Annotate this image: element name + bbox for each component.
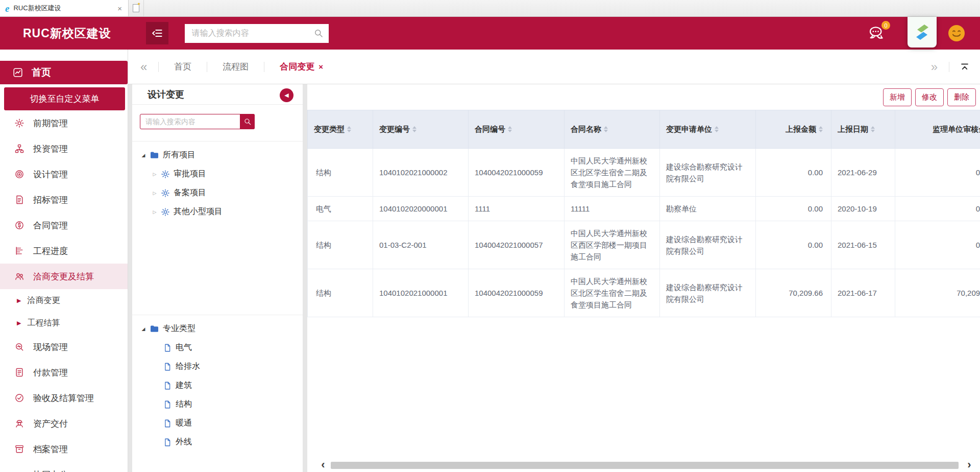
search-icon[interactable] <box>313 28 324 38</box>
sidebar-item-contract[interactable]: 合同管理 <box>0 213 128 238</box>
tab-close-icon[interactable]: × <box>318 62 323 71</box>
tree-expanded-icon[interactable]: ◢ <box>140 153 146 158</box>
scroll-right-arrow[interactable]: › <box>965 461 974 470</box>
add-button[interactable]: 新增 <box>883 88 912 106</box>
page-tab-strip: « 首页 流程图 合同变更× » <box>128 50 980 84</box>
tree-node-plumbing[interactable]: 给排水 <box>132 357 303 376</box>
new-tab-icon <box>133 4 139 12</box>
collapse-tabbar-button[interactable] <box>957 62 973 72</box>
tab-contract-change[interactable]: 合同变更× <box>264 61 338 73</box>
tree-node-other-small-projects[interactable]: ▷ 其他小型项目 <box>132 202 303 221</box>
tree-search-input[interactable] <box>140 117 240 126</box>
tabs-scroll-right-button[interactable]: » <box>927 61 942 73</box>
sort-icon[interactable] <box>715 126 719 132</box>
tree-node-structure[interactable]: 结构 <box>132 395 303 414</box>
switch-custom-menu-button[interactable]: 切换至自定义菜单 <box>4 87 125 110</box>
browser-tab-title: RUC新校区建设 <box>13 4 111 13</box>
tree-node-outside-line[interactable]: 外线 <box>132 433 303 452</box>
sidebar-item-design[interactable]: 设计管理 <box>0 161 128 187</box>
sort-icon[interactable] <box>604 126 608 132</box>
sort-icon[interactable] <box>508 126 512 132</box>
sidebar-item-asset-delivery[interactable]: 资产交付 <box>0 411 128 436</box>
cell-report-date: 2020-10-19 <box>831 197 895 221</box>
sidebar-item-home[interactable]: 首页 <box>0 61 128 84</box>
panel-collapse-button[interactable]: ◀ <box>280 88 293 102</box>
col-header-change-no[interactable]: 变更编号 <box>373 110 469 149</box>
sidebar-subitem-label: 洽商变更 <box>27 295 60 306</box>
cell-contract-name: 中国人民大学通州新校区北区学生宿舍二期及食堂项目施工合同 <box>565 269 660 317</box>
sidebar-item-label: 协同办公 <box>33 469 68 472</box>
col-header-contract-no[interactable]: 合同编号 <box>469 110 565 149</box>
sidebar-item-negotiation-settlement[interactable]: 洽商变更及结算 <box>0 264 128 289</box>
tree-node-approval-projects[interactable]: ▷ 审批项目 <box>132 164 303 183</box>
table-row[interactable]: 结构 1040102021000001 1040042021000059 中国人… <box>308 269 980 317</box>
sidebar-item-collaboration[interactable]: 协同办公 <box>0 462 128 472</box>
sidebar-item-payment[interactable]: 付款管理 <box>0 360 128 385</box>
tree-collapsed-icon[interactable]: ▷ <box>152 209 158 215</box>
tree-node-hvac[interactable]: 暖通 <box>132 414 303 433</box>
delete-button[interactable]: 删除 <box>947 88 976 106</box>
cell-contract-no: 1040042021000059 <box>469 149 565 197</box>
col-header-contract-name[interactable]: 合同名称 <box>565 110 660 149</box>
table-row[interactable]: 电气 1040102020000001 1111 11111 勘察单位 0.00… <box>308 197 980 221</box>
sidebar-item-acceptance[interactable]: 验收及结算管理 <box>0 385 128 411</box>
tab-home[interactable]: 首页 <box>159 61 207 73</box>
floating-screenshot-widget[interactable] <box>908 17 937 48</box>
sort-icon[interactable] <box>412 126 416 132</box>
sidebar-item-bidding[interactable]: 招标管理 <box>0 187 128 213</box>
col-header-supervisor-amount[interactable]: 监理单位审核金额 <box>895 110 980 149</box>
sidebar-item-label: 合同管理 <box>33 220 68 231</box>
sitemap-icon <box>14 144 24 154</box>
col-header-report-amount[interactable]: 上报金额 <box>756 110 831 149</box>
gear-icon <box>161 188 170 198</box>
sidebar-subitem-project-settlement[interactable]: ▶ 工程结算 <box>0 312 128 334</box>
browser-tab[interactable]: e RUC新校区建设 × <box>0 0 129 16</box>
sidebar-item-site[interactable]: 现场管理 <box>0 334 128 360</box>
tree-node-electrical[interactable]: 电气 <box>132 338 303 357</box>
sort-icon[interactable] <box>871 126 875 132</box>
cell-report-amount: 0.00 <box>756 221 831 269</box>
table-row[interactable]: 结构 1040102021000002 1040042021000059 中国人… <box>308 149 980 197</box>
ie-logo-icon: e <box>5 4 9 13</box>
sidebar-item-progress[interactable]: 工程进度 <box>0 238 128 264</box>
tree-collapsed-icon[interactable]: ▷ <box>152 191 158 196</box>
sidebar-subitem-negotiation-change[interactable]: ▶ 洽商变更 <box>0 289 128 312</box>
tree-node-specialty-type[interactable]: ◢ 专业类型 <box>132 319 303 338</box>
tree-collapsed-icon[interactable]: ▷ <box>152 172 158 177</box>
menu-outdent-icon <box>151 27 164 40</box>
tab-flowchart[interactable]: 流程图 <box>207 61 264 73</box>
people-icon <box>14 271 24 281</box>
sidebar-item-label: 付款管理 <box>33 367 68 379</box>
scroll-left-arrow[interactable]: ‹ <box>318 461 328 470</box>
sidebar-item-archives[interactable]: 档案管理 <box>0 436 128 462</box>
new-tab-button[interactable] <box>129 0 144 16</box>
sort-icon[interactable] <box>819 126 823 132</box>
tree-node-record-projects[interactable]: ▷ 备案项目 <box>132 183 303 202</box>
tree-node-all-projects[interactable]: ◢ 所有项目 <box>132 146 303 164</box>
sidebar: 首页 切换至自定义菜单 前期管理 投资管理 设计管理 招标管理 合同管理 工程进… <box>0 50 128 472</box>
browser-tab-close-icon[interactable]: × <box>115 4 124 13</box>
sidebar-toggle-button[interactable] <box>146 22 168 44</box>
col-header-change-type[interactable]: 变更类型 <box>308 110 373 149</box>
progress-bars-icon <box>14 246 24 256</box>
scrollbar-thumb[interactable] <box>331 462 959 469</box>
tree-expanded-icon[interactable]: ◢ <box>140 326 146 332</box>
edit-button[interactable]: 修改 <box>915 88 944 106</box>
file-icon <box>163 400 172 409</box>
global-search-input[interactable] <box>192 29 313 38</box>
tree-node-label: 专业类型 <box>163 323 195 334</box>
sidebar-item-investment[interactable]: 投资管理 <box>0 136 128 161</box>
cell-report-date: 2021-06-29 <box>831 149 895 197</box>
user-avatar-smiley[interactable] <box>947 24 966 42</box>
table-row[interactable]: 结构 01-03-C2-001 1040042021000057 中国人民大学通… <box>308 221 980 269</box>
tree-node-architecture[interactable]: 建筑 <box>132 376 303 395</box>
col-header-report-date[interactable]: 上报日期 <box>831 110 895 149</box>
sidebar-item-label: 首页 <box>32 66 51 79</box>
sidebar-item-preliminary[interactable]: 前期管理 <box>0 110 128 136</box>
tree-search-button[interactable] <box>240 114 255 129</box>
cell-supervisor-amount: 0.00 <box>895 149 980 197</box>
sort-icon[interactable] <box>347 126 351 132</box>
col-header-apply-unit[interactable]: 变更申请单位 <box>660 110 756 149</box>
messages-button[interactable]: 0 <box>868 25 885 41</box>
tabs-scroll-left-button[interactable]: « <box>128 61 158 73</box>
